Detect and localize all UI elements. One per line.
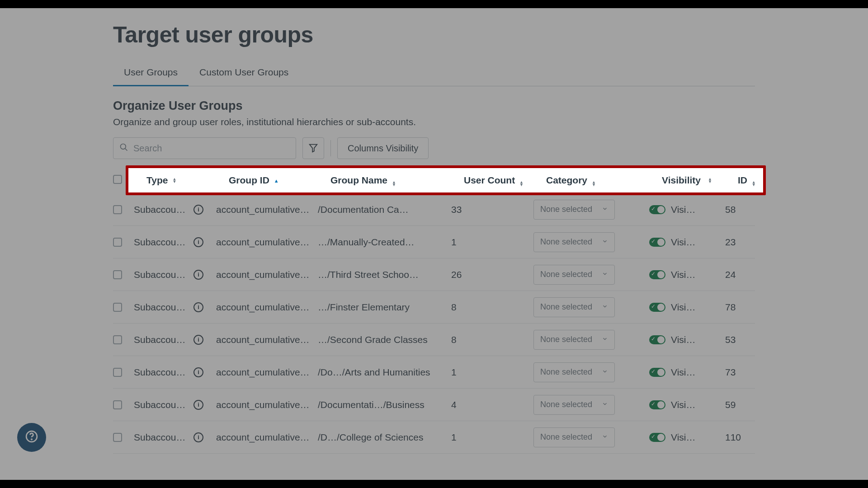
cell-group-id: account_cumulative… <box>216 237 318 248</box>
category-select[interactable]: None selected <box>533 200 615 220</box>
cell-user-count: 8 <box>451 334 533 345</box>
letterbox-bottom <box>0 480 868 488</box>
header-user-count-label: User Count <box>464 175 515 185</box>
cell-user-count: 1 <box>451 367 533 378</box>
visibility-toggle[interactable] <box>649 433 665 442</box>
cell-group-name: …/Second Grade Classes <box>318 334 451 345</box>
category-select[interactable]: None selected <box>533 265 615 285</box>
row-checkbox[interactable] <box>113 205 122 214</box>
category-select-label: None selected <box>540 432 592 442</box>
chevron-down-icon <box>602 205 608 214</box>
cell-type: Subaccount… <box>134 334 189 345</box>
header-group-id[interactable]: Group ID ▲ <box>229 175 330 186</box>
category-select[interactable]: None selected <box>533 427 615 447</box>
chevron-down-icon <box>602 237 608 247</box>
sort-asc-icon: ▲ <box>274 178 279 183</box>
help-icon <box>25 430 38 445</box>
search-input[interactable] <box>113 137 296 159</box>
header-category[interactable]: Category ▲▼ <box>546 175 662 186</box>
row-checkbox[interactable] <box>113 368 122 377</box>
category-select-label: None selected <box>540 270 592 279</box>
info-icon[interactable]: i <box>193 302 203 312</box>
columns-visibility-button[interactable]: Columns Visibility <box>337 137 429 159</box>
sort-indicator-icon: ▲▼ <box>172 178 176 183</box>
cell-group-id: account_cumulative… <box>216 334 318 345</box>
category-select[interactable]: None selected <box>533 297 615 317</box>
chevron-down-icon <box>602 270 608 279</box>
category-select-label: None selected <box>540 237 592 247</box>
info-icon[interactable]: i <box>193 270 203 280</box>
cell-type: Subaccount… <box>134 204 189 215</box>
info-icon[interactable]: i <box>193 432 203 442</box>
row-checkbox[interactable] <box>113 303 122 312</box>
chevron-down-icon <box>602 432 608 442</box>
cell-group-id: account_cumulative… <box>216 399 318 410</box>
help-fab[interactable] <box>17 423 46 452</box>
cell-id: 58 <box>725 204 755 215</box>
cell-user-count: 1 <box>451 237 533 248</box>
sort-indicator-icon: ▲▼ <box>392 181 396 186</box>
header-user-count[interactable]: User Count ▲▼ <box>464 175 546 186</box>
tabs: User Groups Custom User Groups <box>113 61 755 86</box>
visibility-toggle[interactable] <box>649 400 665 409</box>
row-checkbox[interactable] <box>113 433 122 442</box>
chevron-down-icon <box>602 302 608 312</box>
visibility-toggle[interactable] <box>649 368 665 377</box>
letterbox-top <box>0 0 868 8</box>
tab-custom-user-groups[interactable]: Custom User Groups <box>189 61 299 86</box>
info-icon[interactable]: i <box>193 367 203 377</box>
cell-visibility-label: Visible <box>671 432 697 443</box>
visibility-toggle[interactable] <box>649 238 665 247</box>
user-groups-table: Type ▲▼ Group ID ▲ Group Name ▲▼ User Co… <box>113 167 755 454</box>
header-id[interactable]: ID ▲▼ <box>738 175 768 186</box>
filter-icon <box>308 143 318 154</box>
cell-visibility-label: Visible <box>671 399 697 410</box>
header-group-name[interactable]: Group Name ▲▼ <box>330 175 464 186</box>
row-checkbox[interactable] <box>113 270 122 279</box>
category-select[interactable]: None selected <box>533 362 615 382</box>
cell-group-name: …/Manually-Created… <box>318 237 451 248</box>
cell-id: 73 <box>725 367 755 378</box>
category-select-label: None selected <box>540 367 592 377</box>
info-icon[interactable]: i <box>193 237 203 247</box>
cell-user-count: 4 <box>451 399 533 410</box>
cell-user-count: 1 <box>451 432 533 443</box>
header-visibility[interactable]: Visibility ▲▼ <box>662 175 738 186</box>
cell-user-count: 26 <box>451 269 533 280</box>
row-checkbox[interactable] <box>113 335 122 344</box>
info-icon[interactable]: i <box>193 400 203 410</box>
visibility-toggle[interactable] <box>649 303 665 312</box>
cell-group-id: account_cumulative… <box>216 302 318 313</box>
header-type[interactable]: Type ▲▼ <box>146 175 229 186</box>
svg-marker-2 <box>310 144 317 152</box>
row-checkbox[interactable] <box>113 238 122 247</box>
table-row: Subaccount… i account_cumulative… /Docum… <box>113 389 755 421</box>
visibility-toggle[interactable] <box>649 335 665 344</box>
visibility-toggle[interactable] <box>649 205 665 214</box>
cell-id: 24 <box>725 269 755 280</box>
cell-user-count: 33 <box>451 204 533 215</box>
cell-visibility-label: Visible <box>671 204 697 215</box>
sort-indicator-icon: ▲▼ <box>519 181 524 186</box>
table-row: Subaccount… i account_cumulative… …/Manu… <box>113 226 755 258</box>
header-id-label: ID <box>738 175 747 185</box>
info-icon[interactable]: i <box>193 205 203 215</box>
category-select[interactable]: None selected <box>533 395 615 415</box>
select-all-checkbox[interactable] <box>113 175 122 184</box>
category-select[interactable]: None selected <box>533 232 615 252</box>
cell-visibility-label: Visible <box>671 367 697 378</box>
sort-indicator-icon: ▲▼ <box>592 181 596 186</box>
cell-visibility-label: Visible <box>671 269 697 280</box>
info-icon[interactable]: i <box>193 335 203 345</box>
cell-id: 53 <box>725 334 755 345</box>
cell-type: Subaccount… <box>134 367 189 378</box>
tab-user-groups[interactable]: User Groups <box>113 61 189 86</box>
category-select[interactable]: None selected <box>533 330 615 350</box>
filter-button[interactable] <box>302 137 324 159</box>
cell-group-name: /Documentation Ca… <box>318 204 451 215</box>
sort-indicator-icon: ▲▼ <box>708 178 712 183</box>
cell-group-name: /Do…/Arts and Humanities <box>318 367 451 378</box>
category-select-label: None selected <box>540 302 592 312</box>
visibility-toggle[interactable] <box>649 270 665 279</box>
row-checkbox[interactable] <box>113 400 122 409</box>
